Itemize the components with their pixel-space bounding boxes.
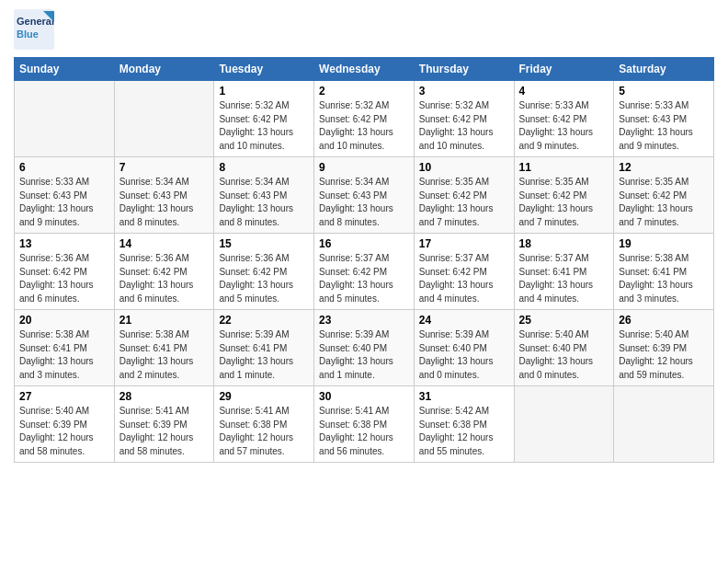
calendar-day-cell: 27Sunrise: 5:40 AM Sunset: 6:39 PM Dayli… <box>15 386 115 463</box>
day-number: 12 <box>619 161 709 174</box>
calendar-week-row: 27Sunrise: 5:40 AM Sunset: 6:39 PM Dayli… <box>15 386 714 463</box>
day-number: 23 <box>319 314 409 327</box>
calendar-day-cell: 19Sunrise: 5:38 AM Sunset: 6:41 PM Dayli… <box>614 234 714 310</box>
calendar-day-cell <box>114 81 214 157</box>
day-number: 6 <box>19 161 109 174</box>
day-info: Sunrise: 5:40 AM Sunset: 6:39 PM Dayligh… <box>619 328 709 382</box>
calendar-header-row: SundayMondayTuesdayWednesdayThursdayFrid… <box>15 58 714 81</box>
day-info: Sunrise: 5:34 AM Sunset: 6:43 PM Dayligh… <box>119 176 210 229</box>
day-info: Sunrise: 5:32 AM Sunset: 6:42 PM Dayligh… <box>319 99 409 153</box>
calendar-day-cell: 6Sunrise: 5:33 AM Sunset: 6:43 PM Daylig… <box>15 157 115 234</box>
calendar-day-cell: 29Sunrise: 5:41 AM Sunset: 6:38 PM Dayli… <box>214 386 314 463</box>
day-number: 5 <box>619 85 709 98</box>
day-info: Sunrise: 5:36 AM Sunset: 6:42 PM Dayligh… <box>19 252 109 305</box>
day-number: 1 <box>219 85 309 98</box>
day-number: 7 <box>119 161 210 174</box>
column-header-saturday: Saturday <box>614 58 714 81</box>
day-number: 10 <box>419 161 509 174</box>
day-number: 3 <box>419 85 509 98</box>
day-info: Sunrise: 5:38 AM Sunset: 6:41 PM Dayligh… <box>119 328 210 382</box>
calendar-day-cell: 28Sunrise: 5:41 AM Sunset: 6:39 PM Dayli… <box>114 386 214 463</box>
column-header-thursday: Thursday <box>414 58 514 81</box>
day-info: Sunrise: 5:40 AM Sunset: 6:39 PM Dayligh… <box>19 405 109 458</box>
day-info: Sunrise: 5:38 AM Sunset: 6:41 PM Dayligh… <box>19 328 109 382</box>
calendar-day-cell: 2Sunrise: 5:32 AM Sunset: 6:42 PM Daylig… <box>314 81 415 157</box>
calendar-day-cell: 7Sunrise: 5:34 AM Sunset: 6:43 PM Daylig… <box>114 157 214 234</box>
calendar-day-cell: 5Sunrise: 5:33 AM Sunset: 6:43 PM Daylig… <box>614 81 714 157</box>
day-info: Sunrise: 5:39 AM Sunset: 6:41 PM Dayligh… <box>219 328 309 382</box>
calendar-week-row: 1Sunrise: 5:32 AM Sunset: 6:42 PM Daylig… <box>15 81 714 157</box>
calendar-day-cell: 4Sunrise: 5:33 AM Sunset: 6:42 PM Daylig… <box>514 81 614 157</box>
day-number: 9 <box>319 161 409 174</box>
day-number: 29 <box>219 390 309 403</box>
day-number: 22 <box>219 314 309 327</box>
calendar-day-cell: 1Sunrise: 5:32 AM Sunset: 6:42 PM Daylig… <box>214 81 314 157</box>
day-number: 8 <box>219 161 309 174</box>
calendar-day-cell: 13Sunrise: 5:36 AM Sunset: 6:42 PM Dayli… <box>15 234 115 310</box>
day-info: Sunrise: 5:33 AM Sunset: 6:43 PM Dayligh… <box>19 176 109 229</box>
day-number: 24 <box>419 314 509 327</box>
calendar-day-cell <box>15 81 115 157</box>
calendar-week-row: 13Sunrise: 5:36 AM Sunset: 6:42 PM Dayli… <box>15 234 714 310</box>
calendar-day-cell: 18Sunrise: 5:37 AM Sunset: 6:41 PM Dayli… <box>514 234 614 310</box>
column-header-wednesday: Wednesday <box>314 58 415 81</box>
calendar-day-cell: 10Sunrise: 5:35 AM Sunset: 6:42 PM Dayli… <box>414 157 514 234</box>
day-info: Sunrise: 5:33 AM Sunset: 6:42 PM Dayligh… <box>519 99 609 153</box>
calendar-day-cell: 30Sunrise: 5:41 AM Sunset: 6:38 PM Dayli… <box>314 386 415 463</box>
calendar-day-cell: 22Sunrise: 5:39 AM Sunset: 6:41 PM Dayli… <box>214 310 314 386</box>
calendar-day-cell: 17Sunrise: 5:37 AM Sunset: 6:42 PM Dayli… <box>414 234 514 310</box>
calendar-day-cell: 16Sunrise: 5:37 AM Sunset: 6:42 PM Dayli… <box>314 234 415 310</box>
calendar-day-cell: 3Sunrise: 5:32 AM Sunset: 6:42 PM Daylig… <box>414 81 514 157</box>
column-header-friday: Friday <box>514 58 614 81</box>
day-number: 31 <box>419 390 509 403</box>
day-info: Sunrise: 5:41 AM Sunset: 6:38 PM Dayligh… <box>219 405 309 458</box>
calendar-day-cell: 25Sunrise: 5:40 AM Sunset: 6:40 PM Dayli… <box>514 310 614 386</box>
day-info: Sunrise: 5:36 AM Sunset: 6:42 PM Dayligh… <box>219 252 309 305</box>
day-number: 15 <box>219 237 309 250</box>
day-number: 30 <box>319 390 409 403</box>
day-number: 18 <box>519 237 609 250</box>
day-info: Sunrise: 5:36 AM Sunset: 6:42 PM Dayligh… <box>119 252 210 305</box>
logo-svg: General Blue <box>14 9 54 50</box>
day-number: 14 <box>119 237 210 250</box>
page-header: General Blue <box>14 9 714 50</box>
day-number: 21 <box>119 314 210 327</box>
calendar-day-cell: 26Sunrise: 5:40 AM Sunset: 6:39 PM Dayli… <box>614 310 714 386</box>
day-info: Sunrise: 5:35 AM Sunset: 6:42 PM Dayligh… <box>619 176 709 229</box>
day-info: Sunrise: 5:40 AM Sunset: 6:40 PM Dayligh… <box>519 328 609 382</box>
column-header-tuesday: Tuesday <box>214 58 314 81</box>
day-info: Sunrise: 5:34 AM Sunset: 6:43 PM Dayligh… <box>219 176 309 229</box>
day-info: Sunrise: 5:39 AM Sunset: 6:40 PM Dayligh… <box>319 328 409 382</box>
day-number: 20 <box>19 314 109 327</box>
day-number: 28 <box>119 390 210 403</box>
day-number: 16 <box>319 237 409 250</box>
logo: General Blue <box>14 9 54 50</box>
day-info: Sunrise: 5:37 AM Sunset: 6:42 PM Dayligh… <box>419 252 509 305</box>
day-number: 17 <box>419 237 509 250</box>
calendar-day-cell: 15Sunrise: 5:36 AM Sunset: 6:42 PM Dayli… <box>214 234 314 310</box>
calendar-week-row: 20Sunrise: 5:38 AM Sunset: 6:41 PM Dayli… <box>15 310 714 386</box>
svg-text:General: General <box>17 16 54 27</box>
day-number: 25 <box>519 314 609 327</box>
day-info: Sunrise: 5:37 AM Sunset: 6:42 PM Dayligh… <box>319 252 409 305</box>
calendar-day-cell: 8Sunrise: 5:34 AM Sunset: 6:43 PM Daylig… <box>214 157 314 234</box>
day-number: 13 <box>19 237 109 250</box>
day-info: Sunrise: 5:42 AM Sunset: 6:38 PM Dayligh… <box>419 405 509 458</box>
calendar-table: SundayMondayTuesdayWednesdayThursdayFrid… <box>14 57 714 463</box>
calendar-day-cell <box>514 386 614 463</box>
calendar-day-cell: 23Sunrise: 5:39 AM Sunset: 6:40 PM Dayli… <box>314 310 415 386</box>
day-info: Sunrise: 5:35 AM Sunset: 6:42 PM Dayligh… <box>519 176 609 229</box>
day-number: 19 <box>619 237 709 250</box>
calendar-day-cell: 31Sunrise: 5:42 AM Sunset: 6:38 PM Dayli… <box>414 386 514 463</box>
calendar-day-cell: 14Sunrise: 5:36 AM Sunset: 6:42 PM Dayli… <box>114 234 214 310</box>
day-info: Sunrise: 5:41 AM Sunset: 6:39 PM Dayligh… <box>119 405 210 458</box>
calendar-day-cell <box>614 386 714 463</box>
day-info: Sunrise: 5:41 AM Sunset: 6:38 PM Dayligh… <box>319 405 409 458</box>
day-number: 26 <box>619 314 709 327</box>
day-number: 2 <box>319 85 409 98</box>
day-number: 11 <box>519 161 609 174</box>
calendar-day-cell: 9Sunrise: 5:34 AM Sunset: 6:43 PM Daylig… <box>314 157 415 234</box>
day-info: Sunrise: 5:35 AM Sunset: 6:42 PM Dayligh… <box>419 176 509 229</box>
day-info: Sunrise: 5:32 AM Sunset: 6:42 PM Dayligh… <box>419 99 509 153</box>
column-header-sunday: Sunday <box>15 58 115 81</box>
